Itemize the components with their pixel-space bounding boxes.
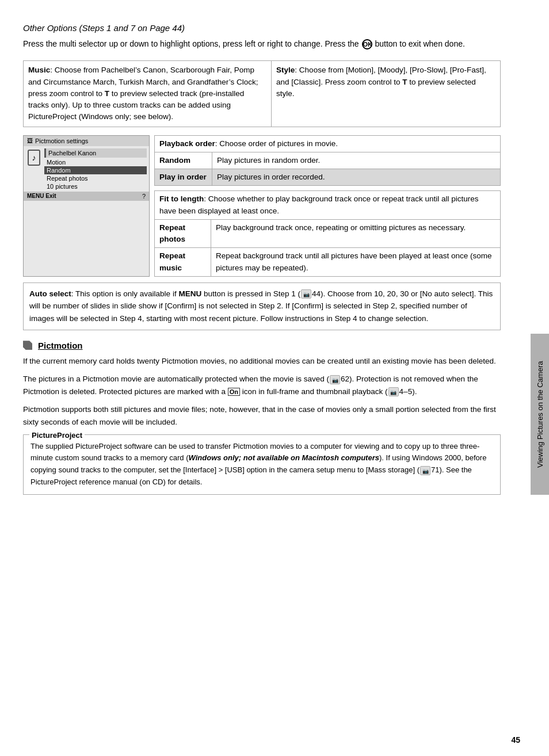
ok-button-symbol: OK	[362, 39, 372, 49]
fit-to-length-table: Fit to length: Choose whether to play ba…	[154, 190, 501, 277]
side-tab-text: Viewing Pictures on the Camera	[536, 361, 544, 467]
section-heading: Other Options (Steps 1 and 7 on Page 44)	[23, 23, 501, 33]
fit-to-length-row: Fit to length: Choose whether to play ba…	[155, 191, 501, 220]
main-content-section: 🖼 Pictmotion settings ♪ Pachelbel Kanon …	[23, 135, 501, 277]
on-icon: On	[228, 388, 240, 396]
fit-to-length-cell: Fit to length: Choose whether to play ba…	[155, 191, 501, 220]
menu-item-10-pictures[interactable]: 10 pictures	[44, 182, 147, 190]
auto-select-section: Auto select: This option is only availab…	[23, 282, 501, 330]
pictmotion-p2-start: The pictures in a Pictmotion movie are a…	[23, 375, 329, 383]
playback-order-desc: : Choose order of pictures in movie.	[215, 139, 338, 148]
intro-text-1: Press the multi selector up or down to h…	[23, 39, 359, 48]
random-desc-cell: Play pictures in random order.	[212, 152, 501, 169]
playback-order-table: Playback order: Choose order of pictures…	[154, 135, 501, 186]
menu-item-repeat-photos[interactable]: Repeat photos	[44, 174, 147, 182]
playback-order-bold: Playback order	[159, 139, 215, 148]
auto-select-bold: Auto select	[29, 289, 71, 298]
pictmotion-p2-end3: ).	[412, 387, 417, 396]
repeat-photos-row: Repeat photos Play background track once…	[155, 219, 501, 248]
side-tab: Viewing Pictures on the Camera	[531, 334, 549, 495]
fit-to-length-bold: Fit to length	[159, 194, 204, 203]
pictmotion-p2-ref2: 4–5	[399, 387, 413, 396]
page-ref-icon-3: 📷	[388, 387, 399, 396]
ui-title: Pictmotion settings	[35, 138, 88, 144]
pictmotion-p2: The pictures in a Pictmotion movie are a…	[23, 373, 501, 398]
ui-bottom-bar: MENU Exit ?	[24, 192, 149, 201]
ui-screenshot: 🖼 Pictmotion settings ♪ Pachelbel Kanon …	[23, 135, 150, 277]
music-note-icon: ♪	[28, 150, 40, 166]
intro-text-2: button to exit when done.	[375, 39, 464, 48]
ui-top-bar: 🖼 Pictmotion settings	[24, 136, 149, 146]
style-label: Style	[276, 66, 295, 74]
play-in-order-label-cell: Play in order	[155, 169, 212, 186]
music-option-cell: Music: Choose from Pachelbel’s Canon, Sc…	[24, 61, 272, 127]
pictmotion-p1: If the current memory card holds twenty …	[23, 355, 501, 368]
repeat-photos-label-cell: Repeat photos	[155, 219, 211, 248]
auto-select-ref: 44	[312, 289, 321, 298]
page-ref-icon-1: 📷	[301, 289, 311, 299]
pictmotion-heading: Pictmotion	[23, 341, 501, 350]
pictmotion-p3: Pictmotion supports both still pictures …	[23, 403, 501, 428]
playback-order-header: Playback order: Choose order of pictures…	[155, 135, 501, 152]
help-label: ?	[142, 193, 146, 200]
auto-select-text2: button is pressed in Step 1 (	[204, 289, 300, 298]
pictmotion-p2-end2: icon in full-frame and thumbnail playbac…	[242, 387, 388, 396]
repeat-music-desc-cell: Repeat background track until all pictur…	[211, 248, 500, 277]
auto-select-text1: : This option is only available if	[71, 289, 177, 298]
random-row: Random Play pictures in random order.	[155, 152, 501, 169]
page-ref-icon-4: 📷	[420, 466, 430, 475]
menu-item-random[interactable]: Random	[44, 166, 147, 174]
repeat-music-label-cell: Repeat music	[155, 248, 211, 277]
menu-exit-label: MENU Exit	[27, 193, 56, 200]
play-in-order-row: Play in order Play pictures in order rec…	[155, 169, 501, 186]
menu-item-motion[interactable]: Motion	[44, 158, 147, 166]
page-ref-icon-2: 📷	[330, 375, 340, 384]
ui-icon: 🖼	[27, 138, 33, 144]
music-t-bold: T	[105, 89, 109, 98]
playback-header-row: Playback order: Choose order of pictures…	[155, 135, 501, 152]
fit-to-length-text: : Choose whether to play background trac…	[159, 194, 479, 215]
play-in-order-desc-cell: Play pictures in order recorded.	[212, 169, 501, 186]
style-t-bold: T	[402, 78, 407, 86]
pictureproject-italic: Windows only; not available on Macintosh…	[189, 453, 379, 462]
intro-paragraph: Press the multi selector up or down to h…	[23, 37, 501, 50]
music-label: Music	[28, 66, 50, 74]
pictmotion-section: Pictmotion If the current memory card ho…	[23, 341, 501, 495]
pictmotion-heading-text: Pictmotion	[38, 341, 83, 350]
pictmotion-p2-ref: 62	[341, 375, 349, 383]
pictureproject-label: PictureProject	[29, 430, 85, 442]
pencil-icon	[23, 341, 32, 350]
page-number: 45	[511, 735, 520, 744]
style-option-cell: Style: Choose from [Motion], [Moody], [P…	[272, 61, 501, 127]
menu-bold-label: MENU	[178, 289, 201, 298]
random-label-cell: Random	[155, 152, 212, 169]
pictureproject-box: PictureProject The supplied PictureProje…	[23, 434, 501, 495]
repeat-music-row: Repeat music Repeat background track unt…	[155, 248, 501, 277]
options-table: Music: Choose from Pachelbel’s Canon, Sc…	[23, 60, 501, 127]
playback-section: Playback order: Choose order of pictures…	[154, 135, 501, 277]
repeat-photos-desc-cell: Play background track once, repeating or…	[211, 219, 500, 248]
menu-item-pachelbel[interactable]: Pachelbel Kanon	[44, 148, 147, 158]
pictureproject-ref: 71	[431, 465, 439, 474]
